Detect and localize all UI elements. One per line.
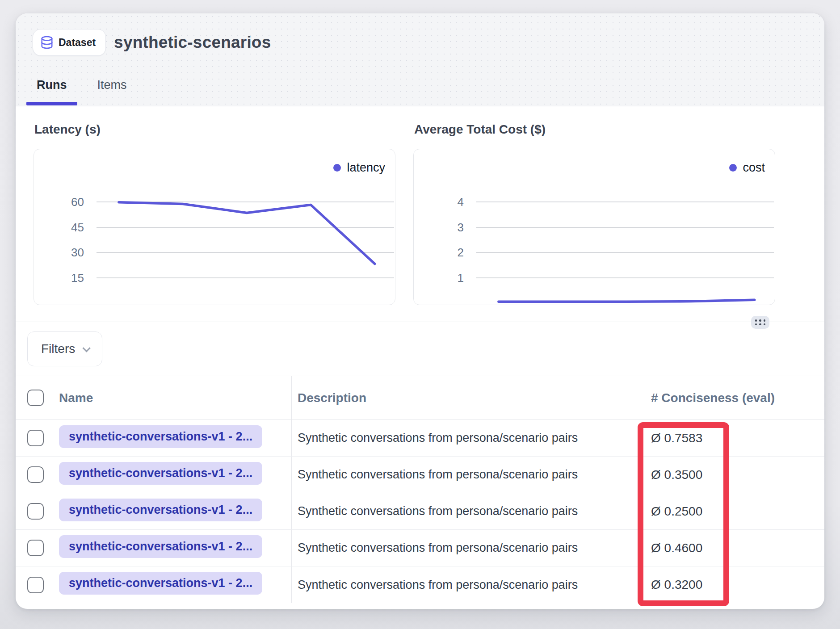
row-checkbox[interactable] (27, 577, 44, 593)
dataset-badge-label: Dataset (59, 37, 96, 49)
page: { "header": { "badge_label": "Dataset", … (0, 0, 840, 629)
run-description: Synthetic conversations from persona/sce… (291, 493, 634, 529)
run-conciseness-value: Ø 0.7583 (634, 431, 824, 445)
dataset-header: Dataset synthetic-scenarios Runs Items (16, 13, 824, 106)
run-name-link[interactable]: synthetic-conversations-v1 - 2... (59, 535, 262, 558)
dataset-card: Dataset synthetic-scenarios Runs Items L… (16, 13, 824, 609)
run-conciseness-value: Ø 0.4600 (634, 541, 824, 555)
run-description: Synthetic conversations from persona/sce… (291, 530, 634, 566)
cost-legend-dot-icon (729, 164, 737, 172)
column-header-description: Description (291, 376, 634, 419)
dataset-badge: Dataset (33, 29, 106, 56)
run-conciseness-value: Ø 0.2500 (634, 504, 824, 519)
latency-legend-label: latency (347, 161, 385, 175)
grip-dots-icon (755, 319, 766, 322)
column-header-name: Name (59, 391, 291, 405)
cost-chart: cost 4321 (413, 149, 775, 305)
select-all-cell (27, 390, 59, 406)
column-header-conciseness: # Conciseness (eval) (634, 391, 824, 405)
tabs: Runs Items (26, 75, 137, 106)
table-header-row: Name Description # Conciseness (eval) (16, 376, 824, 420)
section-resize-handle[interactable] (751, 316, 769, 329)
run-name-link[interactable]: synthetic-conversations-v1 - 2... (59, 425, 262, 448)
select-all-checkbox[interactable] (27, 390, 44, 406)
run-description: Synthetic conversations from persona/sce… (291, 566, 634, 603)
tab-items[interactable]: Items (87, 75, 137, 106)
cost-line-plot (414, 149, 775, 305)
runs-table: Name Description # Conciseness (eval) sy… (16, 376, 824, 603)
run-description: Synthetic conversations from persona/sce… (291, 457, 634, 493)
run-name-link[interactable]: synthetic-conversations-v1 - 2... (59, 572, 262, 595)
filters-button[interactable]: Filters (27, 331, 102, 366)
charts-section: Latency (s) latency 60453015 Average Tot… (16, 106, 824, 322)
latency-chart-title: Latency (s) (34, 122, 395, 137)
run-description: Synthetic conversations from persona/sce… (291, 420, 634, 456)
row-checkbox[interactable] (27, 466, 44, 483)
latency-legend: latency (333, 161, 385, 175)
row-checkbox[interactable] (27, 503, 44, 520)
charts-row: Latency (s) latency 60453015 Average Tot… (34, 122, 806, 305)
chevron-down-icon (83, 344, 91, 352)
table-row[interactable]: synthetic-conversations-v1 - 2... Synthe… (16, 457, 824, 493)
cost-legend-label: cost (743, 161, 765, 175)
run-name-link[interactable]: synthetic-conversations-v1 - 2... (59, 462, 262, 485)
row-checkbox[interactable] (27, 540, 44, 556)
table-row[interactable]: synthetic-conversations-v1 - 2... Synthe… (16, 566, 824, 603)
latency-legend-dot-icon (333, 164, 341, 172)
table-row[interactable]: synthetic-conversations-v1 - 2... Synthe… (16, 420, 824, 457)
cost-chart-block: Average Total Cost ($) cost 4321 (413, 122, 775, 305)
page-title: synthetic-scenarios (114, 33, 271, 52)
title-row: Dataset synthetic-scenarios (33, 29, 271, 56)
run-conciseness-value: Ø 0.3500 (634, 468, 824, 482)
cost-legend: cost (729, 161, 765, 175)
cost-chart-title: Average Total Cost ($) (414, 122, 775, 137)
latency-chart-block: Latency (s) latency 60453015 (34, 122, 395, 305)
active-tab-underline (26, 102, 77, 105)
row-checkbox[interactable] (27, 430, 44, 446)
run-name-link[interactable]: synthetic-conversations-v1 - 2... (59, 499, 262, 521)
run-conciseness-value: Ø 0.3200 (634, 578, 824, 592)
table-row[interactable]: synthetic-conversations-v1 - 2... Synthe… (16, 493, 824, 530)
filters-toolbar: Filters (16, 322, 824, 376)
latency-chart: latency 60453015 (34, 149, 395, 305)
database-icon (40, 35, 54, 50)
table-row[interactable]: synthetic-conversations-v1 - 2... Synthe… (16, 530, 824, 566)
tab-runs[interactable]: Runs (26, 75, 77, 106)
